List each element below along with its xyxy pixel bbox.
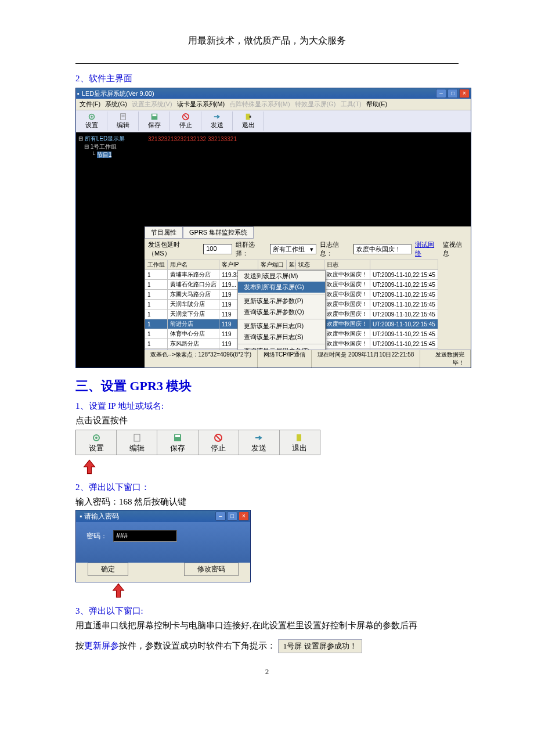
status-network-mode: 网络TCP/IP通信 bbox=[258, 350, 312, 368]
step-2-text: 输入密码：168 然后按确认键 bbox=[75, 496, 459, 507]
strip-send[interactable]: 发送 bbox=[239, 430, 280, 455]
ok-button[interactable]: 确定 bbox=[88, 563, 128, 576]
tree-root[interactable]: 所有LED显示屏 bbox=[85, 135, 125, 142]
menu-card[interactable]: 读卡显示系列(M) bbox=[177, 100, 225, 109]
menu-help[interactable]: 帮助(E) bbox=[366, 100, 388, 109]
toolbar-strip: 设置 编辑 保存 停止 发送 退出 bbox=[75, 430, 320, 455]
maximize-button[interactable]: □ bbox=[448, 89, 458, 98]
minimize-button[interactable]: – bbox=[436, 89, 446, 98]
group-dropdown[interactable]: 所有工作组▾ bbox=[270, 244, 316, 254]
send-icon bbox=[239, 433, 279, 443]
send-icon bbox=[204, 113, 230, 121]
password-dialog: ▪ 请输入密码 – □ × 密码： ### 确定 修改密码 bbox=[75, 510, 251, 582]
tab-properties[interactable]: 节目属性 bbox=[145, 226, 183, 239]
group-label: 组群选择： bbox=[236, 240, 266, 258]
menu-disabled-2: 点阵特殊显示系列(M) bbox=[229, 100, 290, 109]
tree-group[interactable]: 1号工作组 bbox=[91, 143, 117, 150]
menu-system[interactable]: 系统(G) bbox=[105, 100, 127, 109]
preview-area: 321323213232132132 332133321 bbox=[145, 132, 471, 226]
menu-tool: 工具(T) bbox=[341, 100, 362, 109]
context-menu-item[interactable]: 发送到该显示屏(M) bbox=[238, 271, 325, 282]
context-menu[interactable]: 发送到该显示屏(M)发布到所有显示屏(G)更新该显示屏参数(P)查询该显示屏参数… bbox=[237, 270, 326, 350]
pw-close-button[interactable]: × bbox=[239, 512, 249, 521]
divider bbox=[75, 63, 459, 64]
menu-disabled-1: 设置主系统(V) bbox=[132, 100, 172, 109]
password-input[interactable]: ### bbox=[113, 530, 177, 542]
statusbar: 双基色-->像素点：128*32=4096(8*2字) 网络TCP/IP通信 现… bbox=[145, 350, 471, 368]
red-up-arrow-icon bbox=[81, 459, 98, 477]
context-menu-item[interactable]: 更新该显示屏参数(P) bbox=[238, 296, 325, 307]
loginfo-label: 日志信息： bbox=[320, 240, 350, 258]
toolbar-settings[interactable]: 设置 bbox=[76, 111, 107, 131]
table-header bbox=[370, 260, 438, 270]
table-header: 客户IP bbox=[219, 260, 258, 270]
square-icon: ▪ bbox=[80, 512, 82, 520]
save-icon bbox=[157, 433, 197, 443]
toolbar-exit[interactable]: 退出 bbox=[233, 111, 264, 131]
step-3-heading: 3、弹出以下窗口: bbox=[75, 606, 459, 617]
stop-icon bbox=[199, 433, 239, 443]
strip-save[interactable]: 保存 bbox=[157, 430, 198, 455]
save-icon bbox=[141, 113, 167, 121]
exit-icon bbox=[280, 433, 320, 443]
tree-item[interactable]: 节目1 bbox=[97, 152, 112, 158]
page-number: 2 bbox=[75, 667, 459, 676]
red-up-arrow-icon bbox=[110, 582, 127, 601]
tab-gprs[interactable]: GPRS 集群监控系统 bbox=[183, 226, 254, 239]
strip-settings[interactable]: 设置 bbox=[76, 430, 117, 455]
step-2-heading: 2、弹出以下窗口： bbox=[75, 482, 459, 493]
section-2-heading: 2、软件主界面 bbox=[75, 73, 459, 84]
delay-label: 发送包延时（MS） bbox=[148, 240, 200, 258]
app-window: ▪ LED显示屏系统(Ver 9.00) – □ × 文件(F) 系统(G) 设… bbox=[75, 88, 471, 368]
step-1-heading: 1、设置 IP 地址或域名: bbox=[75, 401, 459, 412]
table-header: 状态 bbox=[296, 260, 324, 270]
menu-disabled-3: 特效显示屏(G) bbox=[295, 100, 336, 109]
context-menu-item[interactable]: 发布到所有显示屏(G) bbox=[238, 282, 325, 293]
status-send-result: 发送数据完毕！ bbox=[420, 350, 471, 368]
context-menu-item[interactable]: 查询该显示屏日志(S) bbox=[238, 332, 325, 343]
test-network-link[interactable]: 测试网络 bbox=[415, 240, 439, 258]
chevron-down-icon: ▾ bbox=[310, 246, 313, 253]
preview-text: 321323213232132132 332133321 bbox=[148, 136, 467, 142]
strip-stop[interactable]: 停止 bbox=[199, 430, 239, 455]
step-1-text: 点击设置按件 bbox=[75, 415, 459, 426]
menu-separator bbox=[238, 319, 325, 319]
toolbar-edit[interactable]: 编辑 bbox=[107, 111, 139, 131]
menu-file[interactable]: 文件(F) bbox=[80, 100, 100, 109]
menubar: 文件(F) 系统(G) 设置主系统(V) 读卡显示系列(M) 点阵特殊显示系列(… bbox=[76, 99, 471, 110]
strip-exit[interactable]: 退出 bbox=[280, 430, 320, 455]
app-toolbar: 设置 编辑 保存 停止 发送 退出 bbox=[76, 110, 471, 132]
loginfo-input[interactable]: 欢度中秋国庆！ bbox=[353, 244, 412, 254]
change-password-button[interactable]: 修改密码 bbox=[184, 563, 239, 576]
password-label: 密码： bbox=[86, 531, 107, 541]
svg-point-1 bbox=[91, 116, 93, 118]
table-header: 客户端口 bbox=[258, 260, 287, 270]
svg-rect-7 bbox=[249, 116, 251, 118]
context-menu-item[interactable]: 查询该显示屏用户名(T) bbox=[238, 345, 325, 350]
edit-icon bbox=[117, 433, 157, 443]
tree-panel[interactable]: ⊟ 所有LED显示屏 ⊟ 1号工作组 └ 节目1 bbox=[76, 132, 145, 368]
document-slogan: 用最新技术，做优质产品，为大众服务 bbox=[75, 35, 459, 47]
toolbar-save[interactable]: 保存 bbox=[139, 111, 170, 131]
app-titlebar: ▪ LED显示屏系统(Ver 9.00) – □ × bbox=[76, 88, 471, 99]
pw-minimize-button[interactable]: – bbox=[215, 512, 226, 521]
toolbar-stop[interactable]: 停止 bbox=[170, 111, 201, 131]
section-3-title: 三、设置 GPR3 模块 bbox=[75, 377, 459, 395]
context-menu-item[interactable]: 更新该显示屏日志(R) bbox=[238, 321, 325, 332]
delay-input[interactable]: 100 bbox=[203, 244, 232, 254]
monitor-info-label[interactable]: 监视信息 bbox=[443, 240, 467, 258]
status-time: 现在时间是 2009年11月10日22:21:58 bbox=[312, 350, 420, 368]
context-menu-item[interactable]: 查询该显示屏参数(Q) bbox=[238, 307, 325, 318]
step-3-text-1: 用直通串口线把屏幕控制卡与电脑串口连接好,在此设置栏里设置好控制卡屏幕的参数后再 bbox=[75, 620, 459, 631]
pw-maximize-button[interactable]: □ bbox=[227, 512, 237, 521]
strip-edit[interactable]: 编辑 bbox=[117, 430, 157, 455]
svg-rect-6 bbox=[246, 114, 250, 120]
table-header: 用户名 bbox=[168, 260, 219, 270]
update-screen-params-link: 更新屏参 bbox=[84, 641, 119, 650]
toolbar-send[interactable]: 发送 bbox=[201, 111, 233, 131]
table-header: 工作组 bbox=[145, 260, 168, 270]
menu-separator bbox=[238, 344, 325, 344]
status-success-message: 1号屏 设置屏参成功！ bbox=[278, 639, 362, 653]
app-title: LED显示屏系统(Ver 9.00) bbox=[80, 89, 436, 98]
close-button[interactable]: × bbox=[459, 89, 470, 98]
